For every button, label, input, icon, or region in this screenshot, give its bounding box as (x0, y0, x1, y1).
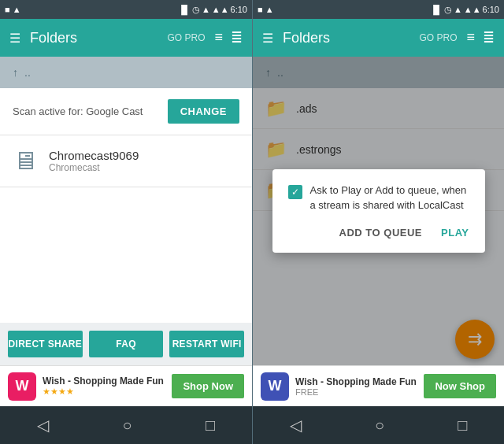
top-bar-actions-right: ≡ ≣ (466, 29, 495, 46)
list-view-icon-right[interactable]: ≡ (466, 29, 475, 46)
ad-banner-left: W Wish - Shopping Made Fun ★★★★ Shop Now (0, 365, 252, 406)
device-type: Chromecast (49, 162, 139, 173)
right-panel: ■ ▲ ▐▌ ◷ ▲ ▲▲ 6:10 ☰ Folders GO PRO ≡ ≣ … (252, 0, 504, 444)
left-panel: ■ ▲ ▐▌ ◷ ▲ ▲▲ 6:10 ☰ Folders GO PRO ≡ ≣ … (0, 0, 252, 444)
time-left: 6:10 (231, 5, 247, 14)
hamburger-menu-icon-right[interactable]: ☰ (262, 31, 273, 46)
recents-button-left[interactable]: □ (206, 416, 215, 435)
action-buttons: DIRECT SHARE FAQ RESTART WIFI (0, 323, 252, 365)
restart-wifi-button[interactable]: RESTART WIFI (169, 331, 244, 357)
wifi-icon-r: ▲▲ (464, 5, 481, 14)
shop-now-button-right[interactable]: Now Shop (424, 374, 496, 398)
dialog-checkbox[interactable] (288, 185, 302, 199)
up-arrow-icon-left[interactable]: ↑ (13, 66, 18, 79)
chromecast-icon: 🖥 (13, 146, 38, 176)
device-name: Chromecast9069 (49, 149, 139, 162)
back-button-left[interactable]: ◁ (37, 416, 49, 435)
hamburger-menu-icon[interactable]: ☰ (9, 31, 20, 46)
top-bar-left: ☰ Folders GO PRO ≡ ≣ (0, 19, 252, 57)
battery-icon-r: ▐▌ (430, 5, 443, 14)
go-pro-button-left[interactable]: GO PRO (167, 32, 205, 43)
device-info: Chromecast9069 Chromecast (49, 149, 139, 173)
direct-share-button[interactable]: DIRECT SHARE (8, 331, 83, 357)
list-view-icon-left[interactable]: ≡ (214, 29, 223, 46)
ad-text-left: Wish - Shopping Made Fun ★★★★ (43, 376, 165, 397)
battery-icon: ▐▌ (178, 5, 191, 14)
status-right-left-icons: ■ ▲ (258, 5, 274, 14)
wifi-icon: ▲▲ (212, 5, 229, 14)
ad-text-right: Wish - Shopping Made Fun FREE (295, 376, 417, 397)
scan-label: Scan active for: Google Cast (13, 105, 143, 117)
bottom-nav-right: ◁ ○ □ (253, 406, 504, 444)
go-pro-button-right[interactable]: GO PRO (419, 32, 457, 43)
page-title-right: Folders (283, 30, 410, 46)
status-right-right-icons: ▐▌ ◷ ▲ ▲▲ 6:10 (430, 5, 499, 15)
status-right-icons: ▐▌ ◷ ▲ ▲▲ 6:10 (178, 5, 247, 15)
scan-card: Scan active for: Google Cast CHANGE (0, 88, 252, 135)
main-content-left: Scan active for: Google Cast CHANGE 🖥 Ch… (0, 88, 252, 323)
device-row[interactable]: 🖥 Chromecast9069 Chromecast (0, 135, 252, 187)
filter-icon-left[interactable]: ≣ (231, 29, 243, 46)
top-bar-actions-left: ≡ ≣ (214, 29, 243, 46)
notification-icon: ■ (5, 5, 10, 14)
time-right: 6:10 (483, 5, 499, 14)
ad-stars-left: ★★★★ (43, 387, 165, 397)
ad-title-left: Wish - Shopping Made Fun (43, 376, 165, 387)
wish-icon-right: W (261, 372, 289, 401)
top-bar-right: ☰ Folders GO PRO ≡ ≣ (253, 19, 504, 57)
signal-icon: ▲ (202, 5, 210, 14)
ad-banner-right: W Wish - Shopping Made Fun FREE Now Shop (253, 365, 504, 406)
dialog-checkbox-row: Ask to Play or Add to queue, when a stre… (288, 183, 469, 212)
nav-path-left: .. (24, 66, 31, 79)
signal-icon-r: ▲ (454, 5, 462, 14)
dialog: Ask to Play or Add to queue, when a stre… (272, 169, 485, 252)
recents-button-right[interactable]: □ (458, 416, 467, 435)
wish-icon: W (8, 372, 36, 401)
spacer-left (0, 187, 252, 323)
alarm-icon: ◷ (192, 5, 200, 15)
back-button-right[interactable]: ◁ (290, 416, 302, 435)
shop-now-button-left[interactable]: Shop Now (172, 374, 244, 398)
ad-sub-right: FREE (295, 387, 417, 397)
faq-button[interactable]: FAQ (89, 331, 164, 357)
dialog-actions: ADD TO QUEUE PLAY (288, 227, 469, 239)
ad-title-right: Wish - Shopping Made Fun (295, 376, 417, 387)
add-to-queue-button[interactable]: ADD TO QUEUE (339, 227, 422, 239)
status-bar-left: ■ ▲ ▐▌ ◷ ▲ ▲▲ 6:10 (0, 0, 252, 19)
home-button-left[interactable]: ○ (122, 416, 132, 435)
photo-icon: ▲ (13, 5, 21, 14)
change-button[interactable]: CHANGE (168, 99, 239, 124)
photo-icon-r: ▲ (265, 5, 274, 14)
bottom-nav-left: ◁ ○ □ (0, 406, 252, 444)
alarm-icon-r: ◷ (444, 5, 452, 15)
page-title-left: Folders (30, 30, 158, 46)
notification-icon-r: ■ (258, 5, 263, 14)
home-button-right[interactable]: ○ (375, 416, 384, 435)
dialog-message: Ask to Play or Add to queue, when a stre… (310, 183, 469, 212)
status-left-icons: ■ ▲ (5, 5, 21, 14)
status-bar-right: ■ ▲ ▐▌ ◷ ▲ ▲▲ 6:10 (253, 0, 504, 19)
file-nav-left: ↑ .. (0, 57, 252, 88)
dialog-overlay: Ask to Play or Add to queue, when a stre… (253, 57, 504, 365)
play-button[interactable]: PLAY (441, 227, 469, 239)
filter-icon-right[interactable]: ≣ (483, 29, 495, 46)
